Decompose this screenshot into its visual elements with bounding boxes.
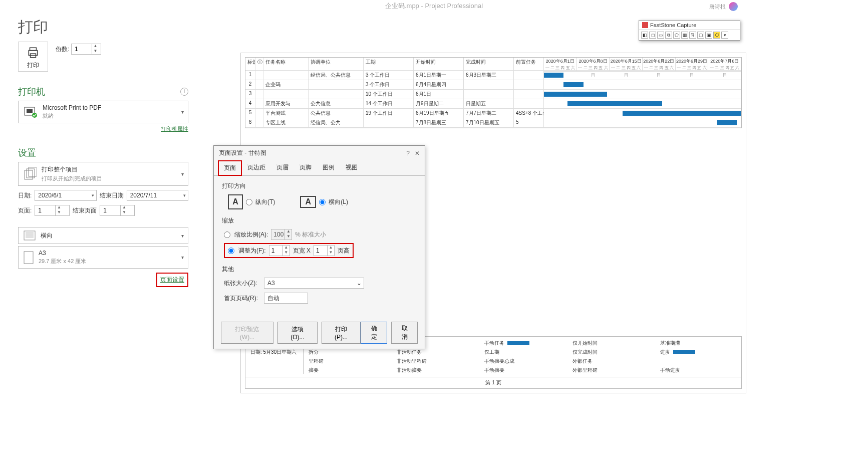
faststone-icon [642, 22, 648, 28]
page-start-input[interactable] [35, 207, 55, 214]
gantt-header-id: 标识号 [245, 58, 255, 70]
window-title: 企业码.mpp - Project Professional [0, 0, 868, 12]
legend-item [660, 358, 738, 365]
fit-to-radio[interactable] [228, 248, 234, 254]
gantt-row: 6 专区上线 经信局、公共 7月8日星期三 7月10日星期五 5 [245, 118, 741, 128]
settings-icon[interactable]: ▾ [721, 32, 728, 39]
cancel-button[interactable]: 取消 [391, 322, 418, 344]
capture-freehand-icon[interactable]: ⬠ [673, 32, 680, 39]
page-start-spinner[interactable]: ▲▼ [35, 205, 70, 216]
tab-5[interactable]: 视图 [340, 160, 363, 175]
print-range-dropdown[interactable]: 打印整个项目 打印从开始到完成的项目 ▾ [18, 162, 188, 186]
other-label: 其他 [222, 265, 417, 274]
timeline-week: 2020年6月1日一 二 三 四 五 六 日 [544, 58, 577, 71]
documents-icon [24, 167, 37, 180]
scale-label: 缩放 [222, 216, 417, 225]
capture-scroll-icon[interactable]: ⇅ [689, 32, 696, 39]
svg-rect-9 [24, 231, 35, 240]
copies-spinner[interactable]: ▲▼ [71, 44, 101, 55]
tab-4[interactable]: 图例 [317, 160, 340, 175]
capture-object-icon[interactable]: ▭ [657, 32, 664, 39]
spinner-down-icon[interactable]: ▼ [92, 49, 99, 54]
legend-item: 拆分 [309, 349, 387, 356]
chevron-down-icon: ▾ [92, 193, 94, 198]
info-icon[interactable]: i [180, 88, 188, 96]
capture-full-icon[interactable]: ▦ [681, 32, 688, 39]
landscape-radio[interactable] [319, 199, 326, 205]
print-dialog-button[interactable]: 打印(P)... [322, 322, 361, 344]
tab-1[interactable]: 页边距 [242, 160, 271, 175]
legend-item: 非活动摘要 [397, 367, 475, 374]
gantt-row: 3 10 个工作日 6月1日 [245, 90, 741, 99]
tab-3[interactable]: 页脚 [294, 160, 317, 175]
scale-ratio-input: ▲▼ [271, 229, 292, 240]
page-start-label: 页面: [18, 206, 32, 215]
close-icon[interactable]: ✕ [415, 150, 420, 157]
orientation-label: 打印方向 [222, 182, 417, 190]
tab-0[interactable]: 页面 [218, 160, 242, 176]
chevron-down-icon: ▾ [181, 171, 184, 177]
legend-item: 手动进度 [660, 367, 738, 374]
landscape-page-icon [24, 230, 36, 241]
scale-suffix: % 标准大小 [295, 230, 326, 239]
capture-window-icon[interactable]: ◻ [649, 32, 656, 39]
legend-item: 进度 [660, 349, 738, 356]
timeline-week: 2020年6月22日一 二 三 四 五 六 日 [643, 58, 676, 71]
timeline-week: 2020年6月8日一 二 三 四 五 六 日 [577, 58, 610, 71]
spinner-down-icon[interactable]: ▼ [121, 210, 127, 215]
gantt-row: 1 经信局、公共信息 3 个工作日 6月1日星期一 6月3日星期三 [245, 71, 741, 80]
options-button[interactable]: 选项(O)... [277, 322, 318, 344]
info-column-icon: ⓘ [255, 58, 263, 70]
gantt-row: 4 应用开发与 公共信息 14 个工作日 月9日星期二 日星期五 [245, 99, 741, 109]
print-button[interactable]: 打印 [18, 42, 48, 72]
page-setup-link[interactable]: 页面设置 [160, 276, 184, 283]
capture-active-icon[interactable]: ◧ [641, 32, 648, 39]
paper-size-select[interactable]: A3⌄ [264, 278, 364, 289]
page-icon [24, 251, 34, 264]
spinner-down-icon[interactable]: ▼ [56, 210, 62, 215]
fit-width-input[interactable]: ▲▼ [269, 245, 290, 256]
portrait-label: 纵向(T) [255, 198, 275, 206]
legend-item: 仅完成时间 [572, 349, 651, 356]
paper-size-dropdown[interactable]: A3 29.7 厘米 x 42 厘米 ▾ [18, 246, 188, 269]
date-end-label: 结束日期 [100, 191, 124, 200]
legend-item: 摘要 [309, 367, 387, 374]
gantt-timeline: 2020年6月1日一 二 三 四 五 六 日2020年6月8日一 二 三 四 五… [544, 58, 741, 72]
page-number: 第 1 页 [245, 377, 742, 389]
printer-dropdown[interactable]: Microsoft Print to PDF 就绪 ▾ [18, 101, 188, 123]
record-icon[interactable]: ▣ [705, 32, 712, 39]
timer-icon[interactable]: ⏱ [713, 32, 720, 39]
orientation-dropdown[interactable]: 横向 ▾ [18, 227, 188, 244]
date-start-label: 日期: [18, 191, 32, 200]
legend-item: 手动任务 [484, 340, 562, 347]
gantt-header-pred: 前置任务 [514, 58, 544, 70]
paper-size-label: 纸张大小(Z): [224, 279, 261, 288]
date-start-input[interactable]: 2020/6/1▾ [35, 190, 96, 201]
portrait-radio[interactable] [246, 199, 252, 205]
legend-item: 非活动里程碑 [397, 358, 475, 365]
date-end-input[interactable]: 2020/7/11▾ [127, 190, 188, 201]
first-page-input[interactable]: 自动 [264, 293, 308, 304]
chevron-down-icon: ▾ [183, 193, 186, 198]
svg-rect-0 [30, 48, 37, 50]
capture-fixed-icon[interactable]: ▢ [697, 32, 704, 39]
page-end-input[interactable] [100, 207, 120, 214]
page-end-spinner[interactable]: ▲▼ [100, 205, 135, 216]
fit-height-input[interactable]: ▲▼ [314, 245, 335, 256]
page-setup-dialog: 页面设置 - 甘特图 ? ✕ 页面页边距页眉页脚图例视图 打印方向 A 纵向(T… [213, 145, 425, 349]
legend-item: 非活动任务 [397, 349, 475, 356]
ok-button[interactable]: 确定 [361, 322, 387, 344]
gantt-header-end: 完成时间 [464, 58, 514, 70]
legend-item: 仅开始时间 [572, 340, 651, 347]
printer-properties-link[interactable]: 打印机属性 [161, 126, 188, 132]
scale-ratio-radio[interactable] [224, 231, 230, 238]
tab-2[interactable]: 页眉 [271, 160, 294, 175]
faststone-window[interactable]: FastStone Capture ◧ ◻ ▭ ⧉ ⬠ ▦ ⇅ ▢ ▣ ⏱ ▾ [639, 20, 740, 41]
capture-rect-icon[interactable]: ⧉ [665, 32, 672, 39]
copies-input[interactable] [72, 46, 92, 53]
page-end-label: 结束页面 [73, 206, 97, 215]
page-setup-highlight: 页面设置 [156, 273, 188, 287]
help-icon[interactable]: ? [406, 150, 410, 157]
gantt-row: 2 企业码 3 个工作日 6月4日星期四 [245, 80, 741, 90]
scale-ratio-label: 缩放比例(A): [234, 230, 268, 239]
